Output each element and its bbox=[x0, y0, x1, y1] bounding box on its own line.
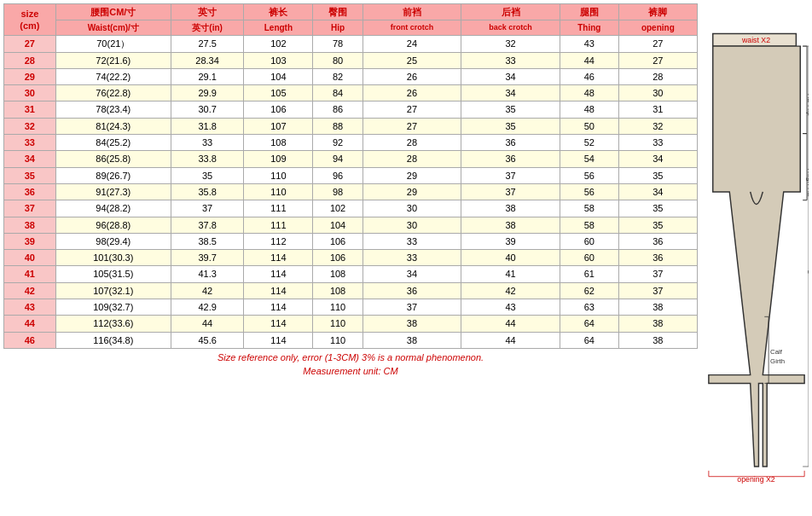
back-value: 39 bbox=[461, 233, 560, 249]
thigh-value: 64 bbox=[560, 332, 618, 348]
thigh-value: 48 bbox=[560, 101, 618, 118]
back-value: 43 bbox=[461, 299, 560, 316]
opening-zh-header: 裤脚 bbox=[618, 4, 697, 20]
hip-value: 102 bbox=[313, 200, 362, 217]
inch-value: 38.5 bbox=[171, 233, 244, 249]
pants-diagram: waist X2 X2 Hip Thigh X2 Length X2 bbox=[705, 20, 809, 497]
thigh-value: 46 bbox=[560, 68, 618, 84]
front-value: 26 bbox=[362, 68, 461, 84]
inch-value: 44 bbox=[171, 316, 244, 332]
table-row: 2872(21.6)28.341038025334427 bbox=[4, 52, 698, 68]
waist-value: 96(28.8) bbox=[55, 217, 171, 233]
opening-value: 35 bbox=[618, 200, 697, 217]
size-value: 43 bbox=[4, 299, 56, 316]
size-value: 44 bbox=[4, 316, 56, 332]
diagram-section: waist X2 X2 Hip Thigh X2 Length X2 bbox=[701, 0, 812, 516]
inch-value: 30.7 bbox=[171, 101, 244, 118]
back-value: 38 bbox=[461, 200, 560, 217]
svg-text:waist X2: waist X2 bbox=[741, 36, 770, 44]
waist-value: 109(32.7) bbox=[55, 299, 171, 316]
waist-value: 89(26.7) bbox=[55, 167, 171, 183]
size-value: 39 bbox=[4, 233, 56, 249]
size-value: 34 bbox=[4, 151, 56, 167]
opening-value: 28 bbox=[618, 68, 697, 84]
opening-value: 38 bbox=[618, 316, 697, 332]
length-en-header: Length bbox=[244, 20, 313, 36]
opening-value: 27 bbox=[618, 36, 697, 52]
hip-value: 106 bbox=[313, 233, 362, 249]
back-value: 35 bbox=[461, 118, 560, 134]
table-row: 3589(26.7)351109629375635 bbox=[4, 167, 698, 183]
front-value: 28 bbox=[362, 135, 461, 151]
hip-en-header: Hip bbox=[313, 20, 362, 36]
thigh-value: 56 bbox=[560, 167, 618, 183]
opening-value: 34 bbox=[618, 151, 697, 167]
footer-line2: Measurement unit: CM bbox=[3, 366, 698, 376]
length-zh-header: 裤长 bbox=[244, 4, 313, 20]
hip-value: 94 bbox=[313, 151, 362, 167]
waist-value: 107(32.1) bbox=[55, 282, 171, 299]
size-value: 28 bbox=[4, 52, 56, 68]
length-value: 106 bbox=[244, 101, 313, 118]
inch-value: 33.8 bbox=[171, 151, 244, 167]
table-row: 3486(25.8)33.81099428365434 bbox=[4, 151, 698, 167]
opening-value: 37 bbox=[618, 266, 697, 282]
back-value: 40 bbox=[461, 250, 560, 266]
front-value: 29 bbox=[362, 183, 461, 200]
back-value: 32 bbox=[461, 36, 560, 52]
waist-zh-header: 腰围CM/寸 bbox=[55, 4, 171, 20]
opening-value: 32 bbox=[618, 118, 697, 134]
length-value: 110 bbox=[244, 183, 313, 200]
size-value: 40 bbox=[4, 250, 56, 266]
back-value: 41 bbox=[461, 266, 560, 282]
thigh-value: 54 bbox=[560, 151, 618, 167]
size-value: 41 bbox=[4, 266, 56, 282]
size-value: 46 bbox=[4, 332, 56, 348]
inch-value: 29.1 bbox=[171, 68, 244, 84]
inch-value: 27.5 bbox=[171, 36, 244, 52]
waist-value: 91(27.3) bbox=[55, 183, 171, 200]
table-row: 2974(22.2)29.11048226344628 bbox=[4, 68, 698, 84]
waist-value: 105(31.5) bbox=[55, 266, 171, 282]
size-value: 36 bbox=[4, 183, 56, 200]
back-value: 42 bbox=[461, 282, 560, 299]
opening-value: 38 bbox=[618, 299, 697, 316]
thigh-value: 62 bbox=[560, 282, 618, 299]
opening-value: 35 bbox=[618, 167, 697, 183]
waist-value: 101(30.3) bbox=[55, 250, 171, 266]
inch-value: 42.9 bbox=[171, 299, 244, 316]
length-value: 114 bbox=[244, 316, 313, 332]
length-value: 114 bbox=[244, 299, 313, 316]
front-value: 27 bbox=[362, 101, 461, 118]
inch-value: 42 bbox=[171, 282, 244, 299]
back-value: 44 bbox=[461, 316, 560, 332]
front-value: 24 bbox=[362, 36, 461, 52]
opening-value: 27 bbox=[618, 52, 697, 68]
back-value: 33 bbox=[461, 52, 560, 68]
thigh-value: 61 bbox=[560, 266, 618, 282]
back-value: 36 bbox=[461, 135, 560, 151]
length-value: 104 bbox=[244, 68, 313, 84]
svg-text:Thigh X2: Thigh X2 bbox=[806, 166, 809, 196]
thigh-value: 43 bbox=[560, 36, 618, 52]
thigh-value: 64 bbox=[560, 316, 618, 332]
hip-value: 78 bbox=[313, 36, 362, 52]
opening-value: 37 bbox=[618, 282, 697, 299]
waist-value: 74(22.2) bbox=[55, 68, 171, 84]
footer-line1: Size reference only, error (1-3CM) 3% is… bbox=[3, 352, 698, 362]
svg-text:Girth: Girth bbox=[770, 357, 785, 364]
svg-text:X2 Hip: X2 Hip bbox=[806, 93, 809, 115]
waist-value: 76(22.8) bbox=[55, 85, 171, 101]
back-value: 44 bbox=[461, 332, 560, 348]
thigh-value: 60 bbox=[560, 250, 618, 266]
back-value: 36 bbox=[461, 151, 560, 167]
front-value: 26 bbox=[362, 85, 461, 101]
size-value: 30 bbox=[4, 85, 56, 101]
hip-value: 98 bbox=[313, 183, 362, 200]
svg-text:Calf: Calf bbox=[770, 348, 783, 356]
hip-value: 108 bbox=[313, 266, 362, 282]
length-value: 109 bbox=[244, 151, 313, 167]
front-value: 27 bbox=[362, 118, 461, 134]
back-value: 37 bbox=[461, 183, 560, 200]
front-value: 28 bbox=[362, 151, 461, 167]
